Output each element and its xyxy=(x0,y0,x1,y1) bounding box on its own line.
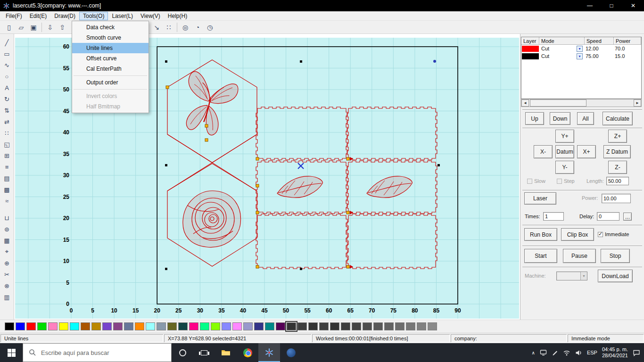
layers-icon[interactable]: ▥ xyxy=(1,291,13,303)
palette-swatch[interactable] xyxy=(59,322,68,330)
column-header-mode[interactable]: Mode xyxy=(539,37,585,45)
taskbar-chrome[interactable] xyxy=(237,343,258,362)
simulate-icon[interactable]: ◔ xyxy=(191,22,204,33)
laser-button[interactable]: Laser xyxy=(524,192,556,205)
task-view-button[interactable] xyxy=(193,343,215,362)
jog-y-minus-button[interactable]: Y- xyxy=(555,161,574,174)
minimize-button[interactable]: — xyxy=(579,0,601,11)
tools-menu-item-unite-lines[interactable]: Unite lines xyxy=(72,43,149,53)
layer-table-scrollbar[interactable]: ◄ ► xyxy=(521,99,642,107)
layer-row[interactable]: Cut▼75.0015.0 xyxy=(521,52,641,60)
dot-mark-icon[interactable]: ∷ xyxy=(1,127,13,139)
smooth-icon[interactable]: ≈ xyxy=(1,195,13,206)
run-box-button[interactable]: Run Box xyxy=(524,228,557,241)
grid-array-icon[interactable]: ▦ xyxy=(1,235,13,246)
draw-line-icon[interactable]: ╱ xyxy=(1,37,13,48)
palette-swatch[interactable] xyxy=(211,322,220,330)
palette-swatch[interactable] xyxy=(113,322,123,330)
tray-network-icon[interactable] xyxy=(563,350,570,356)
z-datum-button[interactable]: Z Datum xyxy=(603,145,631,158)
palette-swatch[interactable] xyxy=(308,322,318,330)
save-file-icon[interactable]: ▣ xyxy=(27,22,40,33)
draw-text-icon[interactable]: A xyxy=(1,82,13,93)
palette-swatch[interactable] xyxy=(406,322,415,330)
column-header-speed[interactable]: Speed xyxy=(585,37,614,45)
jog-z-minus-button[interactable]: Z- xyxy=(608,161,627,174)
palette-swatch[interactable] xyxy=(297,322,307,330)
taskbar-clock[interactable]: 04:45 p. m. 28/04/2021 xyxy=(602,346,628,359)
cut-trim-icon[interactable]: ✂ xyxy=(1,269,13,280)
rotate-icon[interactable]: ↻ xyxy=(1,93,13,105)
clip-box-button[interactable]: Clip Box xyxy=(561,228,594,241)
menu-item-view-v[interactable]: View(V) xyxy=(137,12,164,20)
weld-icon[interactable]: ⊔ xyxy=(1,212,13,223)
menu-item-tools-o[interactable]: Tools(O) xyxy=(79,12,108,20)
machine-select[interactable]: ▼ xyxy=(556,272,587,280)
menu-item-laser-l[interactable]: Laser(L) xyxy=(108,12,137,20)
fill-icon[interactable]: ▩ xyxy=(1,184,13,195)
data-check-icon[interactable]: ◎ xyxy=(179,22,191,33)
datum-button[interactable]: Datum xyxy=(555,145,574,158)
immediate-checkbox[interactable] xyxy=(598,232,603,237)
palette-swatch[interactable] xyxy=(319,322,329,330)
taskbar-search[interactable]: Escribe aquí para buscar xyxy=(23,343,172,362)
layer-mode-dropdown[interactable]: ▼ xyxy=(577,46,583,52)
scale-icon[interactable]: ◱ xyxy=(1,139,13,150)
calculate-button[interactable]: Calculate xyxy=(603,112,633,125)
jog-z-plus-button[interactable]: Z+ xyxy=(608,130,627,143)
array-icon[interactable]: ⊞ xyxy=(1,150,13,161)
palette-swatch[interactable] xyxy=(222,322,231,330)
delay-input[interactable]: 0 xyxy=(597,212,619,221)
taskbar-app[interactable] xyxy=(280,343,302,362)
cortana-button[interactable] xyxy=(172,343,193,362)
time-estimate-icon[interactable]: ◷ xyxy=(204,22,216,33)
palette-swatch[interactable] xyxy=(48,322,58,330)
all-button[interactable]: All xyxy=(577,112,594,125)
power-input[interactable]: 10.00 xyxy=(602,194,631,203)
offset-icon[interactable]: ⊚ xyxy=(1,223,13,235)
palette-swatch[interactable] xyxy=(16,322,25,330)
palette-swatch[interactable] xyxy=(81,322,90,330)
menu-item-help-h[interactable]: Help(H) xyxy=(164,12,191,20)
scroll-thumb[interactable] xyxy=(530,99,586,107)
output-file-icon[interactable]: ⇧ xyxy=(56,22,68,33)
close-button[interactable]: ✕ xyxy=(622,0,644,11)
palette-swatch[interactable] xyxy=(373,322,383,330)
palette-swatch[interactable] xyxy=(287,322,296,330)
tools-menu-item-data-check[interactable]: Data check xyxy=(72,22,149,33)
chevron-down-icon[interactable]: ▼ xyxy=(580,272,587,280)
group-icon[interactable]: ⊕ xyxy=(1,257,13,269)
hatch-icon[interactable]: ▤ xyxy=(1,173,13,184)
draw-ellipse-icon[interactable]: ○ xyxy=(1,71,13,82)
palette-swatch[interactable] xyxy=(276,322,285,330)
menu-item-edit-e[interactable]: Edit(E) xyxy=(26,12,51,20)
down-button[interactable]: Down xyxy=(550,112,570,125)
layer-mode-dropdown[interactable]: ▼ xyxy=(577,53,583,59)
cut-direction-icon[interactable]: ↘ xyxy=(150,22,163,33)
palette-swatch[interactable] xyxy=(91,322,101,330)
mirror-vertical-icon[interactable]: ⇅ xyxy=(1,105,13,116)
palette-swatch[interactable] xyxy=(102,322,112,330)
new-file-icon[interactable]: ▯ xyxy=(3,22,15,33)
start-button[interactable] xyxy=(0,343,23,362)
tray-pen-icon[interactable] xyxy=(552,349,558,356)
palette-swatch[interactable] xyxy=(232,322,242,330)
palette-swatch[interactable] xyxy=(243,322,253,330)
palette-swatch[interactable] xyxy=(26,322,36,330)
step-checkbox[interactable] xyxy=(557,179,562,184)
palette-swatch[interactable] xyxy=(5,322,14,330)
palette-swatch[interactable] xyxy=(395,322,405,330)
notification-icon[interactable] xyxy=(633,349,640,356)
column-header-power[interactable]: Power xyxy=(614,37,641,45)
palette-swatch[interactable] xyxy=(178,322,188,330)
palette-swatch[interactable] xyxy=(341,322,350,330)
length-input[interactable]: 50.00 xyxy=(606,177,629,185)
jog-x-minus-button[interactable]: X- xyxy=(534,145,553,158)
palette-swatch[interactable] xyxy=(124,322,133,330)
array-copy-icon[interactable]: ∷ xyxy=(163,22,175,33)
tray-display-icon[interactable] xyxy=(540,349,547,356)
palette-swatch[interactable] xyxy=(384,322,394,330)
start-button[interactable]: Start xyxy=(524,249,557,263)
taskbar-file-explorer[interactable] xyxy=(215,343,237,362)
pause-button[interactable]: Pause xyxy=(563,249,596,263)
